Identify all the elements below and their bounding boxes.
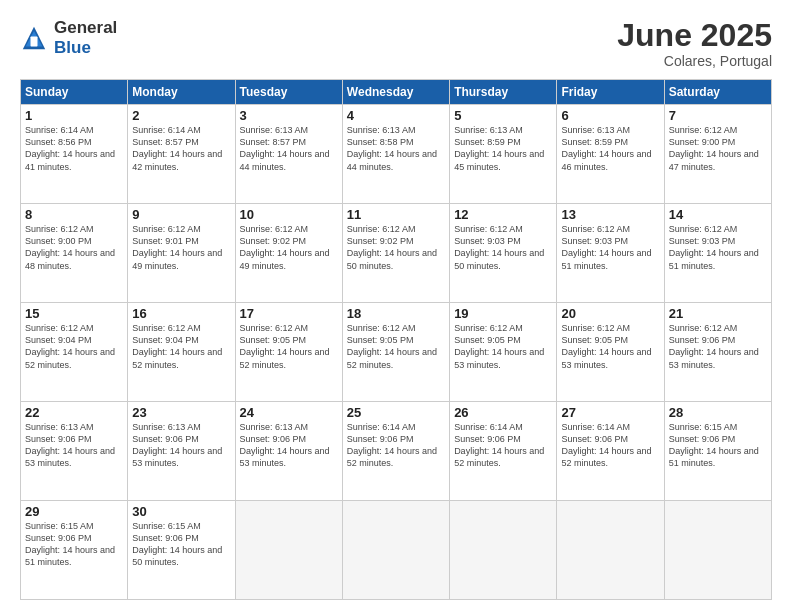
day-number: 13 [561, 207, 659, 222]
calendar-cell [664, 501, 771, 600]
day-number: 25 [347, 405, 445, 420]
day-number: 28 [669, 405, 767, 420]
calendar-cell: 28 Sunrise: 6:15 AM Sunset: 9:06 PM Dayl… [664, 402, 771, 501]
day-number: 12 [454, 207, 552, 222]
day-info: Sunrise: 6:15 AM Sunset: 9:06 PM Dayligh… [669, 421, 767, 470]
day-number: 21 [669, 306, 767, 321]
table-row: 29 Sunrise: 6:15 AM Sunset: 9:06 PM Dayl… [21, 501, 772, 600]
day-number: 4 [347, 108, 445, 123]
day-info: Sunrise: 6:12 AM Sunset: 9:03 PM Dayligh… [669, 223, 767, 272]
calendar-cell: 11 Sunrise: 6:12 AM Sunset: 9:02 PM Dayl… [342, 204, 449, 303]
day-number: 8 [25, 207, 123, 222]
day-info: Sunrise: 6:13 AM Sunset: 8:58 PM Dayligh… [347, 124, 445, 173]
calendar-cell: 3 Sunrise: 6:13 AM Sunset: 8:57 PM Dayli… [235, 105, 342, 204]
logo-icon [20, 24, 48, 52]
day-number: 5 [454, 108, 552, 123]
calendar-cell: 12 Sunrise: 6:12 AM Sunset: 9:03 PM Dayl… [450, 204, 557, 303]
table-row: 1 Sunrise: 6:14 AM Sunset: 8:56 PM Dayli… [21, 105, 772, 204]
calendar-cell: 6 Sunrise: 6:13 AM Sunset: 8:59 PM Dayli… [557, 105, 664, 204]
day-number: 10 [240, 207, 338, 222]
day-number: 26 [454, 405, 552, 420]
calendar-cell: 26 Sunrise: 6:14 AM Sunset: 9:06 PM Dayl… [450, 402, 557, 501]
day-number: 1 [25, 108, 123, 123]
table-row: 15 Sunrise: 6:12 AM Sunset: 9:04 PM Dayl… [21, 303, 772, 402]
day-info: Sunrise: 6:12 AM Sunset: 9:04 PM Dayligh… [25, 322, 123, 371]
day-info: Sunrise: 6:12 AM Sunset: 9:00 PM Dayligh… [25, 223, 123, 272]
day-info: Sunrise: 6:12 AM Sunset: 9:05 PM Dayligh… [454, 322, 552, 371]
calendar-cell: 5 Sunrise: 6:13 AM Sunset: 8:59 PM Dayli… [450, 105, 557, 204]
day-number: 30 [132, 504, 230, 519]
day-info: Sunrise: 6:14 AM Sunset: 8:57 PM Dayligh… [132, 124, 230, 173]
day-number: 23 [132, 405, 230, 420]
calendar-cell: 17 Sunrise: 6:12 AM Sunset: 9:05 PM Dayl… [235, 303, 342, 402]
logo-blue: Blue [54, 38, 117, 58]
day-info: Sunrise: 6:15 AM Sunset: 9:06 PM Dayligh… [25, 520, 123, 569]
calendar-cell: 9 Sunrise: 6:12 AM Sunset: 9:01 PM Dayli… [128, 204, 235, 303]
day-number: 15 [25, 306, 123, 321]
page: General Blue June 2025 Colares, Portugal… [0, 0, 792, 612]
title-block: June 2025 Colares, Portugal [617, 18, 772, 69]
calendar-cell: 15 Sunrise: 6:12 AM Sunset: 9:04 PM Dayl… [21, 303, 128, 402]
day-info: Sunrise: 6:12 AM Sunset: 9:03 PM Dayligh… [561, 223, 659, 272]
svg-rect-2 [31, 36, 38, 46]
day-info: Sunrise: 6:12 AM Sunset: 9:05 PM Dayligh… [240, 322, 338, 371]
day-info: Sunrise: 6:13 AM Sunset: 9:06 PM Dayligh… [132, 421, 230, 470]
day-info: Sunrise: 6:12 AM Sunset: 9:05 PM Dayligh… [561, 322, 659, 371]
calendar-cell [235, 501, 342, 600]
day-info: Sunrise: 6:13 AM Sunset: 8:59 PM Dayligh… [454, 124, 552, 173]
day-info: Sunrise: 6:12 AM Sunset: 9:02 PM Dayligh… [347, 223, 445, 272]
calendar-cell: 4 Sunrise: 6:13 AM Sunset: 8:58 PM Dayli… [342, 105, 449, 204]
day-info: Sunrise: 6:12 AM Sunset: 9:03 PM Dayligh… [454, 223, 552, 272]
table-row: 22 Sunrise: 6:13 AM Sunset: 9:06 PM Dayl… [21, 402, 772, 501]
calendar-cell [342, 501, 449, 600]
day-number: 3 [240, 108, 338, 123]
day-number: 20 [561, 306, 659, 321]
day-number: 9 [132, 207, 230, 222]
calendar-cell: 13 Sunrise: 6:12 AM Sunset: 9:03 PM Dayl… [557, 204, 664, 303]
day-info: Sunrise: 6:12 AM Sunset: 9:02 PM Dayligh… [240, 223, 338, 272]
day-number: 11 [347, 207, 445, 222]
calendar-cell: 23 Sunrise: 6:13 AM Sunset: 9:06 PM Dayl… [128, 402, 235, 501]
day-info: Sunrise: 6:12 AM Sunset: 9:00 PM Dayligh… [669, 124, 767, 173]
calendar-cell: 10 Sunrise: 6:12 AM Sunset: 9:02 PM Dayl… [235, 204, 342, 303]
day-info: Sunrise: 6:14 AM Sunset: 9:06 PM Dayligh… [561, 421, 659, 470]
day-number: 18 [347, 306, 445, 321]
calendar-cell: 7 Sunrise: 6:12 AM Sunset: 9:00 PM Dayli… [664, 105, 771, 204]
col-sunday: Sunday [21, 80, 128, 105]
col-wednesday: Wednesday [342, 80, 449, 105]
day-number: 22 [25, 405, 123, 420]
day-number: 7 [669, 108, 767, 123]
col-tuesday: Tuesday [235, 80, 342, 105]
month-title: June 2025 [617, 18, 772, 53]
day-number: 16 [132, 306, 230, 321]
calendar-cell [450, 501, 557, 600]
col-saturday: Saturday [664, 80, 771, 105]
calendar-cell [557, 501, 664, 600]
col-monday: Monday [128, 80, 235, 105]
col-thursday: Thursday [450, 80, 557, 105]
day-info: Sunrise: 6:14 AM Sunset: 8:56 PM Dayligh… [25, 124, 123, 173]
day-info: Sunrise: 6:12 AM Sunset: 9:04 PM Dayligh… [132, 322, 230, 371]
day-number: 14 [669, 207, 767, 222]
day-info: Sunrise: 6:12 AM Sunset: 9:05 PM Dayligh… [347, 322, 445, 371]
day-number: 24 [240, 405, 338, 420]
day-number: 17 [240, 306, 338, 321]
day-info: Sunrise: 6:14 AM Sunset: 9:06 PM Dayligh… [347, 421, 445, 470]
calendar-cell: 29 Sunrise: 6:15 AM Sunset: 9:06 PM Dayl… [21, 501, 128, 600]
day-info: Sunrise: 6:13 AM Sunset: 9:06 PM Dayligh… [25, 421, 123, 470]
calendar-table: Sunday Monday Tuesday Wednesday Thursday… [20, 79, 772, 600]
calendar-cell: 22 Sunrise: 6:13 AM Sunset: 9:06 PM Dayl… [21, 402, 128, 501]
header: General Blue June 2025 Colares, Portugal [20, 18, 772, 69]
day-info: Sunrise: 6:12 AM Sunset: 9:01 PM Dayligh… [132, 223, 230, 272]
calendar-cell: 25 Sunrise: 6:14 AM Sunset: 9:06 PM Dayl… [342, 402, 449, 501]
day-info: Sunrise: 6:13 AM Sunset: 8:59 PM Dayligh… [561, 124, 659, 173]
day-info: Sunrise: 6:14 AM Sunset: 9:06 PM Dayligh… [454, 421, 552, 470]
table-row: 8 Sunrise: 6:12 AM Sunset: 9:00 PM Dayli… [21, 204, 772, 303]
calendar-cell: 19 Sunrise: 6:12 AM Sunset: 9:05 PM Dayl… [450, 303, 557, 402]
calendar-cell: 1 Sunrise: 6:14 AM Sunset: 8:56 PM Dayli… [21, 105, 128, 204]
day-info: Sunrise: 6:12 AM Sunset: 9:06 PM Dayligh… [669, 322, 767, 371]
calendar-cell: 14 Sunrise: 6:12 AM Sunset: 9:03 PM Dayl… [664, 204, 771, 303]
day-info: Sunrise: 6:13 AM Sunset: 9:06 PM Dayligh… [240, 421, 338, 470]
location: Colares, Portugal [617, 53, 772, 69]
calendar-cell: 18 Sunrise: 6:12 AM Sunset: 9:05 PM Dayl… [342, 303, 449, 402]
